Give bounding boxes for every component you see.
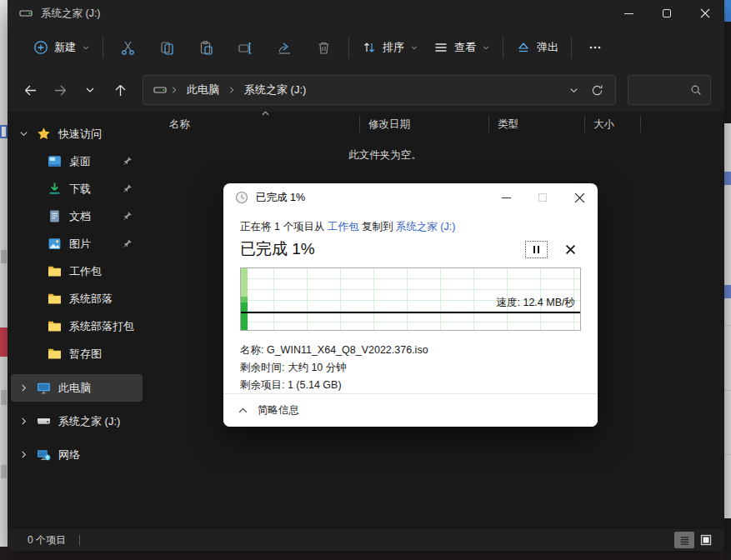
arrow-left-icon <box>23 83 38 98</box>
column-header-date-modified[interactable]: 修改日期 <box>360 112 488 137</box>
chevron-right-icon <box>228 86 236 94</box>
sort-button[interactable]: 排序 <box>354 34 426 61</box>
share-button[interactable] <box>265 34 304 62</box>
delete-button[interactable] <box>304 34 343 62</box>
chevron-down-icon <box>82 43 90 52</box>
sidebar-item-label: 文档 <box>69 209 91 224</box>
copy-source-link[interactable]: 工作包 <box>328 221 359 232</box>
chevron-down-icon <box>482 43 490 52</box>
folder-icon <box>48 319 62 333</box>
pin-icon <box>123 156 133 166</box>
desktop-icon <box>48 154 62 168</box>
view-button[interactable]: 查看 <box>426 34 498 61</box>
pause-icon <box>538 246 539 253</box>
dialog-body: 正在将 1 个项目从 工作包 复制到 系统之家 (J:) 已完成 1% 速度: … <box>223 212 598 394</box>
sidebar-item-network[interactable]: 网络 <box>11 441 143 468</box>
sidebar-item-pictures[interactable]: 图片 <box>11 230 143 258</box>
chevron-right-icon <box>19 383 28 392</box>
pin-icon <box>123 238 133 248</box>
copy-middle: 复制到 <box>362 221 393 232</box>
maximize-button[interactable] <box>648 0 686 27</box>
cancel-copy-button[interactable] <box>565 244 576 255</box>
download-icon <box>48 182 62 196</box>
eject-button[interactable]: 弹出 <box>508 34 566 61</box>
sidebar-item-label: 系统部落打包 <box>69 319 134 334</box>
column-divider[interactable] <box>640 116 641 132</box>
minimize-button[interactable] <box>609 0 648 27</box>
sidebar-item-quick-access[interactable]: 快速访问 <box>11 120 143 148</box>
chevron-right-icon <box>19 417 28 426</box>
column-header-name[interactable]: 名称 <box>146 112 359 137</box>
sidebar-item-folder-zancuntu[interactable]: 暂存图 <box>11 340 143 368</box>
rename-button[interactable] <box>226 34 265 62</box>
close-icon <box>700 8 710 18</box>
copy-prefix: 正在将 1 个项目从 <box>240 221 324 232</box>
dialog-maximize-button[interactable] <box>524 183 561 212</box>
sidebar-item-documents[interactable]: 文档 <box>11 202 143 230</box>
column-header-size[interactable]: 大小 <box>585 112 640 137</box>
close-icon <box>574 192 585 203</box>
sort-button-label: 排序 <box>383 40 404 55</box>
column-header-label: 名称 <box>169 118 190 132</box>
pause-button[interactable] <box>525 241 548 258</box>
eject-button-label: 弹出 <box>537 40 558 55</box>
sidebar-item-label: 图片 <box>69 237 91 252</box>
minimize-icon <box>502 198 511 198</box>
copy-button[interactable] <box>148 34 187 62</box>
search-box[interactable] <box>628 75 711 105</box>
cut-button[interactable] <box>108 34 148 62</box>
speed-graph-progress-fill <box>241 268 248 330</box>
divider <box>724 325 731 326</box>
eject-icon <box>516 40 531 55</box>
column-header-type[interactable]: 类型 <box>489 112 584 137</box>
background-text-fragment <box>724 172 731 185</box>
progress-percent-label: 已完成 1% <box>240 238 315 260</box>
address-dropdown-button[interactable] <box>562 78 585 102</box>
sidebar-item-desktop[interactable]: 桌面 <box>11 148 143 175</box>
dialog-minimize-button[interactable] <box>488 183 524 212</box>
pin-icon <box>123 211 133 221</box>
cut-icon <box>120 40 136 56</box>
close-button[interactable] <box>686 0 724 27</box>
copy-destination-link[interactable]: 系统之家 (J:) <box>396 221 456 232</box>
back-button[interactable] <box>16 76 44 104</box>
address-bar: 此电脑 系统之家 (J:) <box>8 68 724 112</box>
sidebar-item-folder-xitongbuluo[interactable]: 系统部落 <box>11 285 143 312</box>
toolbar-separator <box>103 37 103 58</box>
paste-button[interactable] <box>187 34 226 62</box>
maximize-icon <box>663 9 671 18</box>
view-list-icon <box>433 40 448 55</box>
dialog-close-button[interactable] <box>561 183 598 212</box>
toolbar-separator <box>503 37 503 58</box>
breadcrumb-this-pc[interactable]: 此电脑 <box>182 79 224 101</box>
forward-button[interactable] <box>46 76 74 104</box>
chevron-down-icon <box>569 86 578 95</box>
search-input[interactable] <box>637 84 690 96</box>
new-button[interactable]: 新建 <box>26 34 98 61</box>
desktop-sliver-right <box>724 0 731 560</box>
up-button[interactable] <box>106 76 134 104</box>
fewer-details-toggle[interactable]: 简略信息 <box>223 393 598 427</box>
sidebar-item-this-pc[interactable]: 此电脑 <box>11 374 143 402</box>
refresh-button[interactable] <box>585 78 608 102</box>
sidebar-item-label: 桌面 <box>69 154 91 169</box>
sidebar-item-label: 暂存图 <box>69 347 102 362</box>
recent-locations-button[interactable] <box>76 76 104 104</box>
details-view-button[interactable] <box>674 532 694 548</box>
sidebar-item-downloads[interactable]: 下载 <box>11 175 143 202</box>
breadcrumb-drive[interactable]: 系统之家 (J:) <box>239 79 311 101</box>
background-window-fragment <box>1 250 7 263</box>
sidebar-item-folder-gongzuobao[interactable]: 工作包 <box>11 258 143 285</box>
sidebar-item-folder-xitongbuluodabao[interactable]: 系统部落打包 <box>11 312 143 340</box>
desktop-sliver-left <box>0 0 8 547</box>
refresh-icon <box>591 84 603 97</box>
folder-icon <box>48 347 62 361</box>
navigation-pane: 快速访问 桌面 下载 文档 图片 <box>8 112 146 529</box>
command-bar: 新建 排序 查看 <box>8 27 724 68</box>
trash-icon <box>316 40 332 56</box>
time-remaining-line: 剩余时间: 大约 10 分钟 <box>240 359 581 377</box>
sidebar-item-drive-j[interactable]: 系统之家 (J:) <box>11 408 143 435</box>
large-icons-view-button[interactable] <box>696 532 716 548</box>
see-more-button[interactable] <box>577 35 613 60</box>
breadcrumb: 此电脑 系统之家 (J:) <box>143 75 616 105</box>
